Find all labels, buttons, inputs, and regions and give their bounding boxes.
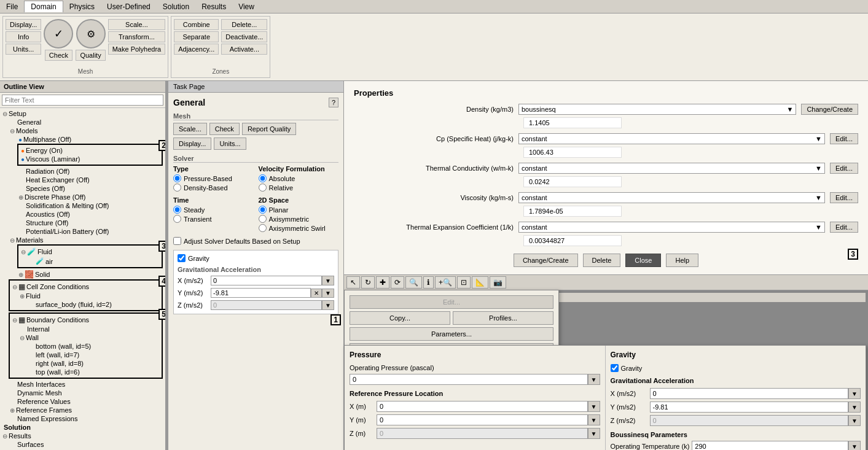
grav-x-input[interactable] bbox=[211, 276, 322, 285]
tree-item-materials[interactable]: ⊖ Materials bbox=[1, 236, 164, 244]
tree-item-ref-frames[interactable]: ⊕ Reference Frames bbox=[1, 406, 164, 414]
profiles-btn[interactable]: Profiles... bbox=[453, 311, 553, 325]
menu-user-defined[interactable]: User-Defined bbox=[101, 1, 157, 12]
delete-props-btn[interactable]: Delete bbox=[583, 254, 621, 267]
relative-radio[interactable]: Relative bbox=[259, 184, 339, 192]
grav-panel-y-dropdown[interactable]: ▼ bbox=[848, 402, 861, 413]
combine-btn[interactable]: Combine bbox=[174, 19, 219, 30]
display-btn[interactable]: Display... bbox=[6, 19, 41, 30]
tree-item-radiation[interactable]: Radiation (Off) bbox=[1, 167, 164, 176]
viscosity-edit-btn[interactable]: Edit... bbox=[830, 192, 858, 203]
tree-item-cell-zone[interactable]: ⊖ ▦Cell Zone Conditions bbox=[11, 282, 160, 292]
tree-item-general[interactable]: General bbox=[1, 118, 164, 126]
pressure-x-input[interactable] bbox=[377, 401, 588, 412]
tree-item-bottom[interactable]: bottom (wall, id=5) bbox=[11, 342, 160, 351]
menu-physics[interactable]: Physics bbox=[63, 1, 101, 12]
op-pressure-dropdown[interactable]: ▼ bbox=[588, 374, 600, 385]
tree-item-acoustics[interactable]: Acoustics (Off) bbox=[1, 210, 164, 219]
tree-item-ref-values[interactable]: Reference Values bbox=[1, 397, 164, 406]
tree-item-fluid-mat[interactable]: ⊖ 🧪Fluid bbox=[20, 247, 160, 257]
planar-radio[interactable]: Planar bbox=[259, 206, 339, 214]
filter-input[interactable] bbox=[2, 95, 163, 106]
pressure-z-input[interactable] bbox=[377, 428, 588, 439]
pan-tool-btn[interactable]: ✚ bbox=[376, 276, 389, 289]
scale-task-btn[interactable]: Scale... bbox=[173, 123, 207, 135]
quality-btn[interactable]: Quality bbox=[76, 50, 105, 61]
tree-item-top[interactable]: top (wall, id=6) bbox=[11, 368, 160, 376]
copy-btn[interactable]: Copy... bbox=[350, 311, 450, 325]
info-tool-btn[interactable]: ℹ bbox=[423, 276, 434, 289]
tree-item-wall[interactable]: ⊖ Wall bbox=[11, 333, 160, 342]
pressure-based-radio[interactable]: Pressure-Based bbox=[173, 174, 254, 182]
tree-item-left[interactable]: left (wall, id=7) bbox=[11, 351, 160, 359]
steady-radio[interactable]: Steady bbox=[173, 206, 254, 214]
ruler-btn[interactable]: 📐 bbox=[472, 276, 488, 289]
density-dropdown-arrow[interactable]: ▼ bbox=[787, 106, 794, 113]
menu-results[interactable]: Results bbox=[195, 1, 232, 12]
close-props-btn[interactable]: Close bbox=[625, 254, 661, 267]
scale-btn[interactable]: Scale... bbox=[108, 19, 166, 30]
tree-item-species[interactable]: Species (Off) bbox=[1, 184, 164, 193]
gravity-checkbox[interactable]: Gravity bbox=[178, 254, 334, 262]
delete-btn[interactable]: Delete... bbox=[221, 19, 267, 30]
tree-item-internal[interactable]: Internal bbox=[11, 325, 160, 333]
report-quality-btn[interactable]: Report Quality bbox=[242, 123, 296, 135]
grav-panel-x-dropdown[interactable]: ▼ bbox=[848, 388, 861, 399]
pressure-x-dropdown[interactable]: ▼ bbox=[588, 401, 600, 412]
tree-item-models[interactable]: ⊖ Models bbox=[1, 126, 164, 135]
absolute-radio[interactable]: Absolute bbox=[259, 174, 339, 182]
change-create-btn[interactable]: Change/Create bbox=[514, 254, 578, 267]
zoom-in-btn[interactable]: +🔍 bbox=[435, 276, 456, 289]
orbit-tool-btn[interactable]: ⟳ bbox=[391, 276, 404, 289]
transient-radio[interactable]: Transient bbox=[173, 215, 254, 223]
tree-item-boundary[interactable]: ⊖ ▦Boundary Conditions bbox=[11, 315, 160, 325]
camera-btn[interactable]: 📷 bbox=[490, 276, 506, 289]
grav-z-dropdown[interactable]: ▼ bbox=[322, 300, 334, 310]
rotate-tool-btn[interactable]: ↻ bbox=[361, 276, 375, 289]
tree-item-multiphase[interactable]: ● Multiphase (Off) bbox=[1, 135, 164, 144]
thermal-exp-edit-btn[interactable]: Edit... bbox=[830, 222, 858, 233]
zoom-fit-btn[interactable]: ⊡ bbox=[457, 276, 471, 289]
axisymmetric-radio[interactable]: Axisymmetric bbox=[259, 215, 339, 223]
parameters-btn[interactable]: Parameters... bbox=[350, 327, 553, 341]
pressure-z-dropdown[interactable]: ▼ bbox=[588, 428, 600, 439]
help-icon[interactable]: ? bbox=[329, 98, 338, 107]
thermal-exp-dropdown-arrow[interactable]: ▼ bbox=[815, 223, 822, 231]
make-polyhedra-btn[interactable]: Make Polyhedra bbox=[108, 44, 166, 55]
menu-domain[interactable]: Domain bbox=[24, 1, 63, 12]
adjacency-btn[interactable]: Adjacency... bbox=[174, 44, 219, 55]
display-task-btn[interactable]: Display... bbox=[173, 138, 211, 150]
op-temp-dropdown[interactable]: ▼ bbox=[848, 441, 861, 450]
tree-item-solution[interactable]: Solution bbox=[1, 423, 164, 432]
tree-item-mesh-interfaces[interactable]: Mesh Interfaces bbox=[1, 380, 164, 389]
grav-y-clear[interactable]: ✕ bbox=[311, 289, 322, 298]
tree-item-right[interactable]: right (wall, id=8) bbox=[11, 359, 160, 368]
tree-item-heat-exchanger[interactable]: Heat Exchanger (Off) bbox=[1, 176, 164, 184]
tree-item-cell-fluid[interactable]: ⊕ Fluid bbox=[11, 292, 160, 300]
grav-panel-z-dropdown[interactable]: ▼ bbox=[848, 415, 861, 426]
units-task-btn[interactable]: Units... bbox=[214, 138, 246, 150]
tree-item-viscous[interactable]: ● Viscous (Laminar) bbox=[20, 155, 160, 163]
adjust-solver-checkbox[interactable]: Adjust Solver Defaults Based on Setup bbox=[173, 237, 338, 245]
help-props-btn[interactable]: Help bbox=[666, 254, 698, 267]
tree-item-energy[interactable]: ● Energy (On) bbox=[20, 146, 160, 155]
tree-item-solid[interactable]: ⊕ 🧱Solid bbox=[1, 270, 164, 279]
density-edit-btn[interactable]: Change/Create bbox=[801, 104, 858, 115]
grav-panel-x-input[interactable] bbox=[650, 388, 849, 399]
op-pressure-input[interactable] bbox=[350, 374, 588, 385]
menu-view[interactable]: View bbox=[232, 1, 260, 12]
grav-panel-y-input[interactable] bbox=[650, 402, 849, 413]
menu-solution[interactable]: Solution bbox=[157, 1, 195, 12]
grav-x-dropdown[interactable]: ▼ bbox=[322, 276, 334, 285]
tree-item-named-expressions[interactable]: Named Expressions bbox=[1, 414, 164, 423]
thermal-cond-edit-btn[interactable]: Edit... bbox=[830, 163, 858, 174]
op-temp-input[interactable] bbox=[692, 441, 848, 450]
thermal-cond-dropdown-arrow[interactable]: ▼ bbox=[815, 165, 822, 172]
select-tool-btn[interactable]: ↖ bbox=[346, 276, 360, 289]
tree-item-dynamic-mesh[interactable]: Dynamic Mesh bbox=[1, 389, 164, 397]
tree-item-surfaces[interactable]: Surfaces bbox=[1, 440, 164, 449]
info-btn[interactable]: Info bbox=[6, 31, 41, 42]
tree-item-setup[interactable]: ⊖ Setup bbox=[1, 109, 164, 118]
edit-btn[interactable]: Edit... bbox=[350, 295, 553, 309]
tree-item-discrete[interactable]: ⊕ Discrete Phase (Off) bbox=[1, 193, 164, 201]
